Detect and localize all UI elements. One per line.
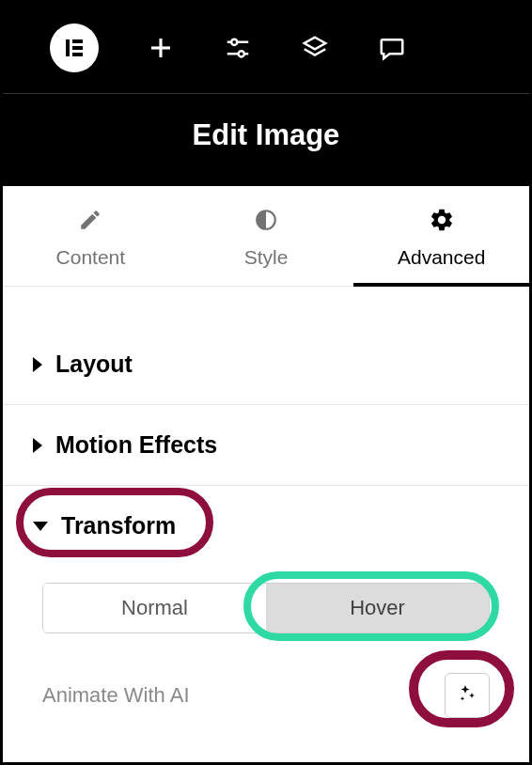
tab-content[interactable]: Content: [3, 186, 179, 286]
section-transform[interactable]: Transform: [3, 486, 529, 566]
tab-label: Advanced: [398, 246, 485, 269]
animate-ai-button[interactable]: [445, 673, 490, 718]
tab-style[interactable]: Style: [179, 186, 354, 286]
tab-label: Content: [56, 246, 126, 269]
tab-advanced[interactable]: Advanced: [353, 186, 529, 286]
svg-rect-0: [66, 39, 70, 56]
sparkle-icon: [456, 682, 478, 709]
section-motion-effects[interactable]: Motion Effects: [3, 405, 529, 485]
svg-rect-3: [72, 53, 83, 56]
animate-label: Animate With AI: [42, 683, 190, 708]
pencil-icon: [77, 207, 103, 233]
section-title: Motion Effects: [55, 431, 217, 459]
chevron-right-icon: [33, 438, 42, 453]
elementor-logo[interactable]: [50, 23, 99, 72]
tabs-row: Content Style Advanced: [3, 186, 529, 287]
add-icon[interactable]: [146, 33, 176, 63]
section-title: Transform: [61, 512, 176, 539]
layers-icon[interactable]: [300, 33, 330, 63]
panel-title: Edit Image: [3, 118, 529, 152]
svg-rect-2: [72, 46, 83, 50]
panel-title-bar: Edit Image: [3, 93, 529, 186]
chevron-down-icon: [33, 522, 48, 531]
tab-label: Style: [244, 246, 289, 269]
gear-icon: [429, 207, 455, 233]
section-layout[interactable]: Layout: [3, 324, 529, 404]
settings-sliders-icon[interactable]: [223, 33, 253, 63]
toggle-hover[interactable]: Hover: [266, 584, 489, 632]
svg-point-9: [239, 51, 244, 56]
animate-with-ai-row: Animate With AI: [3, 660, 529, 741]
top-toolbar: [3, 3, 529, 93]
comment-icon[interactable]: [377, 33, 407, 63]
section-title: Layout: [55, 351, 133, 378]
panel-content: Layout Motion Effects Transform Normal H…: [3, 287, 529, 762]
svg-rect-1: [72, 39, 83, 43]
contrast-icon: [253, 207, 279, 233]
svg-point-7: [231, 39, 237, 45]
chevron-right-icon: [33, 357, 42, 372]
normal-hover-toggle: Normal Hover: [42, 583, 490, 633]
svg-marker-10: [305, 38, 326, 50]
toggle-normal[interactable]: Normal: [43, 584, 266, 632]
